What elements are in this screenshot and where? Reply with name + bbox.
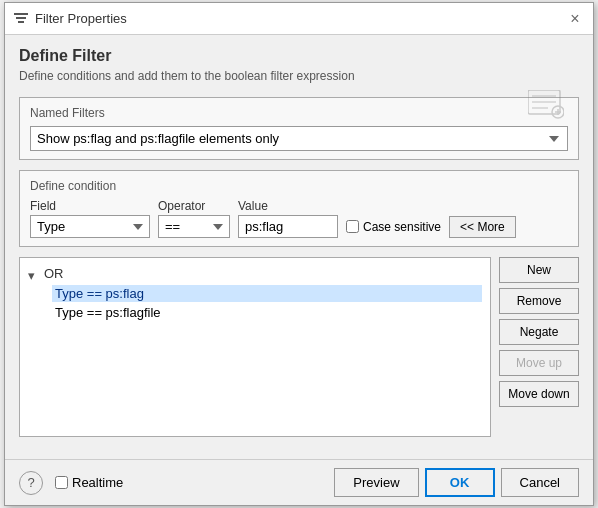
ok-button[interactable]: OK <box>425 468 495 497</box>
realtime-checkbox[interactable] <box>55 476 68 489</box>
cancel-button[interactable]: Cancel <box>501 468 579 497</box>
value-label: Value <box>238 199 338 213</box>
filter-properties-dialog: Filter Properties × Define Filter Define… <box>4 2 594 506</box>
move-down-button[interactable]: Move down <box>499 381 579 407</box>
operator-column: Operator == <box>158 199 230 238</box>
preview-button[interactable]: Preview <box>334 468 418 497</box>
dialog-content: Define Filter Define conditions and add … <box>5 35 593 459</box>
tree-item-text: Type == ps:flag <box>55 286 144 301</box>
define-condition-label: Define condition <box>30 179 568 193</box>
operator-label: Operator <box>158 199 230 213</box>
negate-button[interactable]: Negate <box>499 319 579 345</box>
realtime-wrap: Realtime <box>55 475 123 490</box>
footer-right: Preview OK Cancel <box>334 468 579 497</box>
filter-tree: ▾ OR Type == ps:flag Type == ps:flagfile <box>19 257 491 437</box>
operator-select[interactable]: == <box>158 215 230 238</box>
define-condition-group: Define condition Field Type Operator == … <box>19 170 579 247</box>
header-row: Define Filter Define conditions and add … <box>19 47 579 83</box>
remove-button[interactable]: Remove <box>499 288 579 314</box>
field-column: Field Type <box>30 199 150 238</box>
named-filters-label: Named Filters <box>30 106 568 120</box>
condition-row: Field Type Operator == Value <box>30 199 568 238</box>
header-icon <box>527 89 565 121</box>
field-label: Field <box>30 199 150 213</box>
dialog-title: Filter Properties <box>35 11 127 26</box>
footer: ? Realtime Preview OK Cancel <box>5 459 593 505</box>
new-button[interactable]: New <box>499 257 579 283</box>
field-select[interactable]: Type <box>30 215 150 238</box>
value-input[interactable] <box>238 215 338 238</box>
case-sensitive-checkbox[interactable] <box>346 220 359 233</box>
tree-item[interactable]: Type == ps:flag <box>52 285 482 302</box>
tree-or-label: OR <box>44 266 64 281</box>
define-filter-desc: Define conditions and add them to the bo… <box>19 69 579 83</box>
realtime-label: Realtime <box>72 475 123 490</box>
define-filter-title: Define Filter <box>19 47 579 65</box>
title-bar-left: Filter Properties <box>13 11 127 27</box>
help-button[interactable]: ? <box>19 471 43 495</box>
footer-left: ? Realtime <box>19 471 123 495</box>
tree-item-text: Type == ps:flagfile <box>55 305 161 320</box>
move-up-button[interactable]: Move up <box>499 350 579 376</box>
chevron-down-icon: ▾ <box>28 268 40 280</box>
tree-or-row: ▾ OR <box>28 266 482 281</box>
title-bar: Filter Properties × <box>5 3 593 35</box>
close-button[interactable]: × <box>565 9 585 29</box>
svg-rect-0 <box>14 13 28 15</box>
main-area: ▾ OR Type == ps:flag Type == ps:flagfile… <box>19 257 579 437</box>
value-column: Value <box>238 199 338 238</box>
side-buttons: New Remove Negate Move up Move down <box>499 257 579 437</box>
tree-item[interactable]: Type == ps:flagfile <box>52 304 482 321</box>
more-button[interactable]: << More <box>449 216 516 238</box>
named-filter-select[interactable]: Show ps:flag and ps:flagfile elements on… <box>30 126 568 151</box>
case-sensitive-wrap: Case sensitive <box>346 220 441 234</box>
case-sensitive-label: Case sensitive <box>363 220 441 234</box>
filter-dialog-icon <box>13 11 29 27</box>
svg-rect-1 <box>16 17 26 19</box>
svg-rect-2 <box>18 21 24 23</box>
named-filters-group: Named Filters Show ps:flag and ps:flagfi… <box>19 97 579 160</box>
